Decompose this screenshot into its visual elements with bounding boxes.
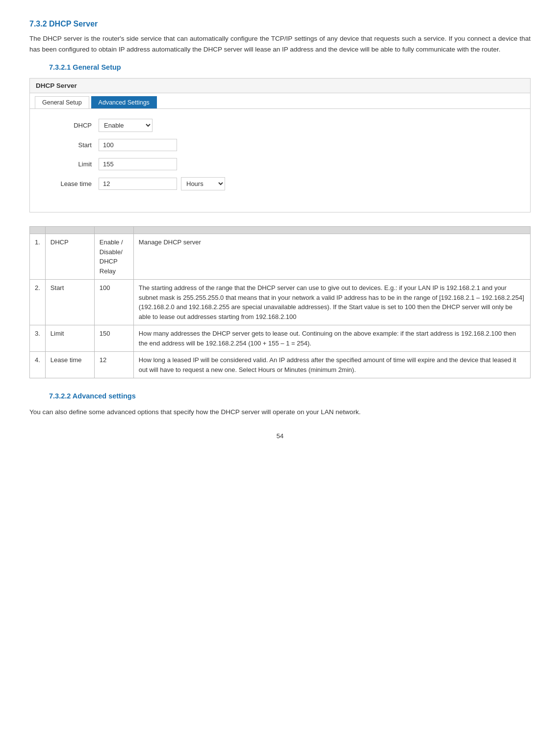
section-732-intro: The DHCP server is the router's side ser… [29,33,531,54]
dhcp-server-box: DHCP Server General Setup Advanced Setti… [29,78,531,212]
section-7322: 7.3.2.2 Advanced settings [29,392,531,400]
cell-description: The starting address of the range that t… [133,280,530,325]
cell-field: DHCP [45,234,94,280]
lease-field-row: Lease time Hours Minutes [50,177,510,190]
tab-advanced-settings[interactable]: Advanced Settings [91,96,157,108]
cell-value: 150 [94,325,133,352]
page-number: 54 [29,432,531,440]
cell-num: 3. [30,325,46,352]
dhcp-field-label: DHCP [50,122,99,129]
lease-field-label: Lease time [50,180,99,187]
dhcp-tabs: General Setup Advanced Settings [30,93,530,109]
dhcp-select[interactable]: Enable Disable DHCP Relay [99,119,153,132]
cell-value: 100 [94,280,133,325]
cell-field: Limit [45,325,94,352]
th-field [45,227,94,234]
cell-field: Start [45,280,94,325]
cell-num: 1. [30,234,46,280]
cell-num: 4. [30,352,46,378]
dhcp-form-content: DHCP Enable Disable DHCP Relay Start Lim… [30,109,530,212]
lease-input[interactable] [99,178,177,190]
settings-table: 1. DHCP Enable / Disable/ DHCP Relay Man… [29,226,531,378]
table-row: 1. DHCP Enable / Disable/ DHCP Relay Man… [30,234,531,280]
dhcp-field-row: DHCP Enable Disable DHCP Relay [50,119,510,132]
cell-description: How long a leased IP will be considered … [133,352,530,378]
table-row: 2. Start 100 The starting address of the… [30,280,531,325]
section-7322-heading: 7.3.2.2 Advanced settings [29,392,531,400]
tab-general-setup[interactable]: General Setup [35,96,89,108]
section-7322-intro: You can also define some advanced option… [29,407,531,418]
section-7321-heading: 7.3.2.1 General Setup [29,63,531,71]
start-input[interactable] [99,139,177,151]
th-num [30,227,46,234]
start-field-label: Start [50,141,99,149]
th-value [94,227,133,234]
cell-description: How many addresses the DHCP server gets … [133,325,530,352]
cell-value: Enable / Disable/ DHCP Relay [94,234,133,280]
limit-field-label: Limit [50,160,99,168]
cell-field: Lease time [45,352,94,378]
table-row: 3. Limit 150 How many addresses the DHCP… [30,325,531,352]
cell-value: 12 [94,352,133,378]
dhcp-box-header: DHCP Server [30,79,530,93]
cell-num: 2. [30,280,46,325]
table-header-row [30,227,531,234]
limit-input[interactable] [99,158,177,170]
start-field-row: Start [50,139,510,151]
table-row: 4. Lease time 12 How long a leased IP wi… [30,352,531,378]
lease-unit-select[interactable]: Hours Minutes [181,177,225,190]
limit-field-row: Limit [50,158,510,170]
section-7321: 7.3.2.1 General Setup [29,63,531,71]
section-732-heading: 7.3.2 DHCP Server [29,20,531,28]
section-732: 7.3.2 DHCP Server [29,20,531,28]
th-desc [133,227,530,234]
cell-description: Manage DHCP server [133,234,530,280]
